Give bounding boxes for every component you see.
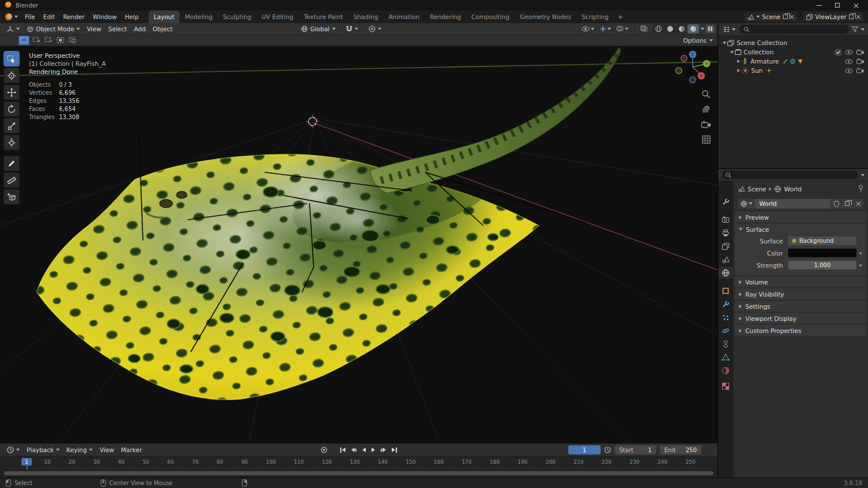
- tab-material[interactable]: [718, 364, 733, 376]
- measure-tool[interactable]: [3, 172, 20, 188]
- workspace-tab-shading[interactable]: Shading: [348, 10, 384, 23]
- menu-file[interactable]: File: [21, 12, 39, 22]
- playhead-current-frame[interactable]: 1: [21, 458, 32, 465]
- tab-constraints[interactable]: [718, 338, 733, 350]
- select-box-tool[interactable]: [3, 51, 20, 66]
- shading-solid-button[interactable]: [664, 24, 676, 34]
- snapping-dropdown[interactable]: [343, 24, 362, 34]
- pause-render-button[interactable]: [706, 25, 715, 33]
- tab-scene[interactable]: [718, 253, 733, 265]
- editor-type-button[interactable]: [3, 24, 23, 34]
- unlink-scene-icon[interactable]: [790, 14, 795, 19]
- breadcrumb-world[interactable]: World: [784, 186, 801, 193]
- menu-view[interactable]: View: [83, 24, 105, 34]
- filter-icon[interactable]: [852, 27, 858, 32]
- shading-material-button[interactable]: [676, 24, 687, 34]
- menu-window[interactable]: Window: [89, 12, 120, 22]
- workspace-tab-sculpting[interactable]: Sculpting: [218, 10, 256, 23]
- panel-settings[interactable]: Settings: [735, 301, 866, 312]
- annotate-tool[interactable]: [3, 156, 20, 171]
- jump-to-start-button[interactable]: [338, 445, 348, 454]
- proportional-editing-dropdown[interactable]: [365, 24, 385, 34]
- workspace-tab-modeling[interactable]: Modeling: [179, 10, 218, 23]
- fake-user-button[interactable]: [830, 199, 841, 209]
- select-mode-subtract-button[interactable]: [43, 36, 54, 45]
- camera-view-icon[interactable]: [701, 119, 711, 130]
- workspace-tab-rendering[interactable]: Rendering: [425, 10, 466, 23]
- unlink-world-button[interactable]: [852, 199, 863, 209]
- hide-eye-icon[interactable]: [845, 50, 853, 55]
- play-button[interactable]: [369, 445, 377, 454]
- tab-physics[interactable]: [718, 324, 733, 337]
- keying-menu[interactable]: Keying: [63, 445, 96, 454]
- gizmo-minus-y-axis[interactable]: [676, 68, 682, 74]
- blender-menu-button[interactable]: [3, 13, 21, 21]
- add-cube-tool[interactable]: [3, 189, 20, 205]
- disclosure-triangle-icon[interactable]: [735, 69, 742, 72]
- disable-render-camera-icon[interactable]: [856, 68, 864, 73]
- tab-render[interactable]: [718, 213, 733, 225]
- outliner-row-scene-collection[interactable]: Scene Collection: [718, 38, 868, 47]
- surface-shader-dropdown[interactable]: Background: [788, 236, 856, 245]
- new-scene-icon[interactable]: [783, 14, 788, 19]
- minimize-button[interactable]: [815, 2, 823, 9]
- panel-preview[interactable]: Preview: [735, 212, 866, 223]
- tab-modifiers[interactable]: [718, 298, 733, 310]
- options-dropdown[interactable]: Options: [683, 37, 713, 44]
- select-mode-intersect-button[interactable]: [67, 36, 78, 45]
- remove-viewlayer-icon[interactable]: [856, 14, 860, 19]
- current-frame-field[interactable]: 1: [568, 445, 601, 454]
- shading-wireframe-button[interactable]: [653, 24, 664, 34]
- frame-start-field[interactable]: Start1: [615, 445, 656, 454]
- menu-help[interactable]: Help: [121, 12, 143, 22]
- workspace-tab-layout[interactable]: Layout: [149, 10, 180, 23]
- scene-selector[interactable]: Scene: [744, 12, 797, 21]
- panel-ray-visibility[interactable]: Ray Visibility: [735, 289, 866, 300]
- outliner-search-input[interactable]: [740, 25, 849, 34]
- select-mode-invert-button[interactable]: [55, 36, 66, 45]
- world-name-field[interactable]: World: [755, 199, 830, 209]
- gizmos-toggle[interactable]: [598, 24, 613, 34]
- previous-keyframe-button[interactable]: [349, 445, 359, 454]
- shading-dropdown-icon[interactable]: [701, 28, 704, 30]
- scale-tool[interactable]: [3, 118, 20, 134]
- workspace-tab-scripting[interactable]: Scripting: [576, 10, 614, 23]
- animate-strength-dot[interactable]: [856, 264, 864, 267]
- toggle-ortho-grid-icon[interactable]: [701, 134, 711, 145]
- animation-data-icon[interactable]: [790, 58, 796, 64]
- tab-particles[interactable]: [718, 311, 733, 323]
- jump-to-end-button[interactable]: [389, 445, 399, 454]
- marker-menu[interactable]: Marker: [117, 445, 145, 454]
- chevron-down-icon[interactable]: [861, 174, 865, 176]
- close-button[interactable]: [852, 2, 860, 9]
- tab-object-data[interactable]: [718, 351, 733, 363]
- new-world-button[interactable]: [841, 199, 852, 209]
- add-workspace-button[interactable]: +: [614, 10, 627, 23]
- strength-field[interactable]: 1.000: [788, 261, 856, 269]
- hide-eye-icon[interactable]: [845, 68, 853, 73]
- world-color-swatch[interactable]: [788, 249, 856, 257]
- object-visibility-dropdown[interactable]: [580, 25, 596, 33]
- shading-rendered-button[interactable]: [687, 24, 699, 34]
- xray-toggle[interactable]: [639, 24, 649, 33]
- maximize-button[interactable]: [833, 2, 841, 9]
- disclosure-triangle-icon[interactable]: [729, 51, 735, 54]
- panel-custom-properties[interactable]: Custom Properties: [735, 325, 866, 336]
- disclosure-triangle-icon[interactable]: [721, 42, 727, 45]
- exclude-checkbox-icon[interactable]: [835, 49, 841, 56]
- menu-render[interactable]: Render: [59, 12, 89, 22]
- light-data-icon[interactable]: [766, 68, 772, 73]
- properties-search-input[interactable]: [722, 171, 858, 179]
- outliner-editor-type-button[interactable]: [722, 25, 737, 34]
- rotate-tool[interactable]: [3, 101, 20, 117]
- pan-hand-icon[interactable]: [701, 104, 711, 114]
- workspace-tab-compositing[interactable]: Compositing: [466, 10, 515, 23]
- menu-select[interactable]: Select: [105, 24, 130, 34]
- move-tool[interactable]: [3, 84, 20, 100]
- gizmo-minus-z-axis[interactable]: [690, 77, 696, 83]
- tab-output[interactable]: [718, 227, 733, 239]
- select-mode-extend-button[interactable]: [31, 36, 42, 45]
- timeline-view-menu[interactable]: View: [96, 445, 117, 454]
- disclosure-triangle-icon[interactable]: [735, 60, 742, 63]
- stingray-model[interactable]: [36, 47, 621, 400]
